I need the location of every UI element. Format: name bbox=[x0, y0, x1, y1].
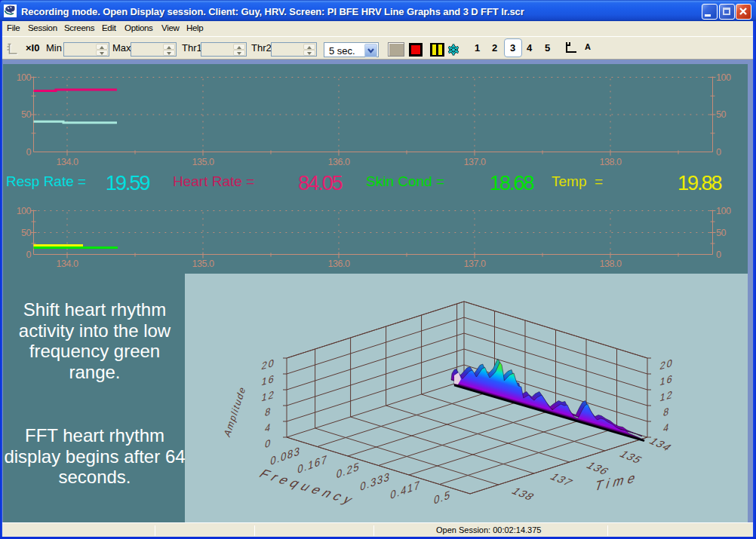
svg-text:19.88: 19.88 bbox=[678, 172, 722, 194]
svg-text:0.5: 0.5 bbox=[433, 488, 451, 507]
svg-text:0: 0 bbox=[716, 147, 721, 158]
svg-text:137: 137 bbox=[548, 471, 576, 488]
svg-text:8: 8 bbox=[264, 405, 273, 418]
svg-text:0.083: 0.083 bbox=[270, 444, 301, 467]
svg-text:0.333: 0.333 bbox=[360, 470, 391, 493]
svg-text:137.0: 137.0 bbox=[464, 157, 486, 167]
svg-text:12: 12 bbox=[659, 388, 675, 403]
svg-text:138.0: 138.0 bbox=[600, 157, 622, 167]
svg-text:135.0: 135.0 bbox=[192, 157, 214, 167]
svg-text:100: 100 bbox=[716, 72, 731, 83]
svg-text:134: 134 bbox=[647, 436, 675, 452]
svg-text:136: 136 bbox=[584, 460, 613, 476]
svg-text:100: 100 bbox=[716, 206, 731, 216]
svg-text:50: 50 bbox=[716, 109, 726, 120]
svg-text:18.68: 18.68 bbox=[490, 172, 534, 194]
svg-text:138: 138 bbox=[509, 485, 538, 502]
svg-text:134.0: 134.0 bbox=[57, 259, 78, 269]
svg-text:20: 20 bbox=[659, 357, 675, 372]
svg-text:84.05: 84.05 bbox=[298, 172, 343, 194]
svg-text:134.0: 134.0 bbox=[57, 157, 78, 167]
svg-text:20: 20 bbox=[261, 357, 277, 372]
svg-text:8: 8 bbox=[662, 405, 671, 418]
svg-text:0: 0 bbox=[26, 147, 32, 158]
svg-text:16: 16 bbox=[659, 372, 675, 387]
svg-text:Temp =: Temp = bbox=[552, 173, 603, 189]
svg-text:4: 4 bbox=[264, 421, 273, 434]
svg-text:12: 12 bbox=[261, 388, 277, 403]
svg-text:50: 50 bbox=[21, 228, 31, 238]
svg-text:0: 0 bbox=[26, 250, 32, 260]
svg-text:Resp Rate =: Resp Rate = bbox=[6, 173, 86, 189]
svg-text:136.0: 136.0 bbox=[328, 157, 350, 167]
svg-text:Skin Cond =: Skin Cond = bbox=[366, 173, 444, 189]
svg-text:4: 4 bbox=[662, 421, 671, 434]
svg-text:135.0: 135.0 bbox=[192, 259, 214, 269]
svg-text:Amplitude: Amplitude bbox=[222, 384, 247, 439]
svg-text:0.167: 0.167 bbox=[297, 452, 328, 476]
svg-text:19.59: 19.59 bbox=[106, 172, 150, 194]
svg-text:0.25: 0.25 bbox=[336, 460, 361, 481]
svg-text:16: 16 bbox=[261, 372, 277, 387]
svg-text:0: 0 bbox=[716, 250, 721, 260]
svg-text:50: 50 bbox=[21, 109, 31, 120]
svg-text:50: 50 bbox=[716, 228, 726, 238]
svg-text:Heart Rate =: Heart Rate = bbox=[173, 173, 254, 189]
svg-text:138.0: 138.0 bbox=[600, 259, 622, 269]
svg-text:0: 0 bbox=[264, 436, 273, 450]
svg-text:0.417: 0.417 bbox=[390, 478, 421, 501]
svg-text:137.0: 137.0 bbox=[464, 259, 486, 269]
svg-text:100: 100 bbox=[17, 206, 32, 216]
svg-text:100: 100 bbox=[17, 72, 32, 83]
svg-text:136.0: 136.0 bbox=[328, 259, 350, 269]
svg-text:135: 135 bbox=[617, 449, 646, 465]
